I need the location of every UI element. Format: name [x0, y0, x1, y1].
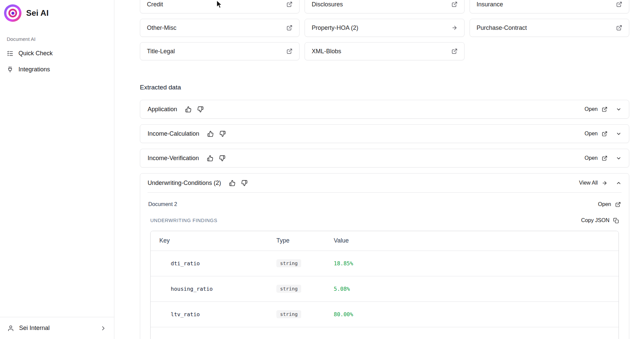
- extracted-panels: Application Open: [140, 100, 629, 339]
- finding-key: dti_ratio: [151, 251, 268, 276]
- external-link-icon: [616, 1, 622, 7]
- app-window: Sei AI Document AI Quick Check Integrati…: [0, 0, 644, 339]
- doc-card-disclosures[interactable]: Disclosures: [305, 0, 464, 13]
- table-row: housing_ratio string 5.08%: [151, 276, 619, 301]
- doc-card-label: Insurance: [477, 1, 503, 8]
- doc-card-property-hoa[interactable]: Property-HOA (2): [305, 19, 464, 37]
- view-all-link[interactable]: View All: [579, 180, 607, 186]
- doc-card-label: Disclosures: [312, 1, 343, 8]
- sidebar-footer-account[interactable]: Sei Internal: [0, 317, 114, 339]
- document-row: Document 2 Open: [148, 201, 621, 207]
- type-badge: string: [276, 285, 301, 293]
- external-link-icon: [286, 48, 292, 54]
- chevron-down-icon[interactable]: [616, 107, 622, 112]
- panel-income-calculation: Income-Calculation Open: [140, 124, 629, 143]
- open-document-link[interactable]: Open: [585, 131, 607, 137]
- external-link-icon: [286, 25, 292, 31]
- doc-card-label: Credit: [147, 1, 163, 8]
- sidebar-item-label: Integrations: [18, 66, 50, 73]
- chevron-right-icon: [100, 325, 107, 332]
- brand: Sei AI: [0, 0, 114, 26]
- chevron-down-icon[interactable]: [616, 131, 622, 137]
- brand-name: Sei AI: [26, 8, 49, 18]
- arrow-right-icon: [602, 180, 607, 186]
- sidebar-footer-label: Sei Internal: [19, 325, 50, 332]
- table-header-row: Key Type Value: [151, 231, 619, 251]
- panel-header-income-verification[interactable]: Income-Verification Open: [140, 149, 629, 167]
- doc-card-label: Purchase-Contract: [477, 24, 527, 31]
- doc-card-other-misc[interactable]: Other-Misc: [140, 19, 300, 37]
- main-content: Credit Disclosures Insurance Other-Misc …: [114, 0, 644, 339]
- external-link-icon: [602, 107, 607, 112]
- finding-key: ltv_ratio: [151, 301, 268, 327]
- external-link-icon: [451, 1, 458, 7]
- doc-card-title-legal[interactable]: Title-Legal: [140, 42, 300, 60]
- copy-json-button[interactable]: Copy JSON: [581, 217, 619, 223]
- thumbs-down-button[interactable]: [241, 180, 248, 186]
- open-label: Open: [585, 155, 598, 161]
- doc-card-purchase-contract[interactable]: Purchase-Contract: [470, 19, 629, 37]
- external-link-icon: [615, 202, 621, 207]
- open-document-link[interactable]: Open: [585, 155, 607, 161]
- external-link-icon: [286, 1, 292, 7]
- open-label: Open: [585, 131, 598, 137]
- copy-icon: [613, 218, 619, 223]
- table-row-partial: [151, 327, 619, 339]
- thumbs-down-button[interactable]: [197, 106, 204, 113]
- panel-title: Income-Verification: [148, 155, 199, 162]
- open-label: Open: [598, 201, 611, 207]
- extracted-data-heading: Extracted data: [140, 84, 629, 91]
- sidebar-nav: Quick Check Integrations: [0, 45, 114, 77]
- finding-value: 80.00%: [325, 301, 619, 327]
- doc-card-insurance[interactable]: Insurance: [470, 0, 629, 13]
- doc-card-credit[interactable]: Credit: [140, 0, 300, 13]
- table-row: ltv_ratio string 80.00%: [151, 301, 619, 327]
- thumbs-up-button[interactable]: [207, 155, 213, 161]
- arrow-right-icon: [451, 25, 458, 31]
- copy-json-label: Copy JSON: [581, 217, 609, 223]
- panel-application: Application Open: [140, 100, 629, 119]
- column-header-key: Key: [151, 231, 268, 251]
- external-link-icon: [602, 155, 607, 161]
- open-document-link[interactable]: Open: [598, 201, 621, 207]
- doc-card-label: Other-Misc: [147, 24, 176, 31]
- chevron-up-icon[interactable]: [616, 180, 622, 186]
- brand-logo-icon: [4, 4, 21, 22]
- sidebar-section-label: Document AI: [0, 36, 114, 42]
- table-row: dti_ratio string 18.85%: [151, 251, 619, 276]
- document-cards-grid: Credit Disclosures Insurance Other-Misc …: [140, 0, 629, 60]
- findings-header-row: UNDERWRITING FINDINGS Copy JSON: [150, 217, 619, 223]
- thumbs-down-button[interactable]: [219, 131, 226, 137]
- sidebar-item-quick-check[interactable]: Quick Check: [0, 45, 114, 61]
- panel-header-underwriting-conditions[interactable]: Underwriting-Conditions (2) View All: [140, 174, 629, 192]
- doc-card-xml-blobs[interactable]: XML-Blobs: [305, 42, 464, 60]
- document-label: Document 2: [148, 201, 177, 207]
- external-link-icon: [451, 48, 458, 54]
- external-link-icon: [602, 131, 607, 137]
- panel-header-income-calculation[interactable]: Income-Calculation Open: [140, 125, 629, 143]
- open-document-link[interactable]: Open: [585, 106, 607, 112]
- finding-value: 18.85%: [325, 251, 619, 276]
- thumbs-up-button[interactable]: [207, 131, 214, 137]
- chevron-down-icon[interactable]: [616, 155, 622, 161]
- checklist-icon: [7, 50, 13, 57]
- type-badge: string: [276, 310, 301, 318]
- panel-header-application[interactable]: Application Open: [140, 100, 629, 118]
- findings-table: Key Type Value dti_ratio string 18.85%: [150, 231, 619, 339]
- column-header-value: Value: [325, 231, 619, 251]
- panel-divider: [148, 192, 622, 193]
- findings-section-title: UNDERWRITING FINDINGS: [150, 218, 217, 223]
- sidebar-item-integrations[interactable]: Integrations: [0, 61, 114, 77]
- sidebar-item-label: Quick Check: [18, 50, 53, 57]
- panel-title: Underwriting-Conditions (2): [148, 180, 221, 187]
- thumbs-down-button[interactable]: [219, 155, 225, 161]
- doc-card-label: XML-Blobs: [312, 48, 341, 55]
- sidebar: Sei AI Document AI Quick Check Integrati…: [0, 0, 114, 339]
- thumbs-up-button[interactable]: [229, 180, 235, 186]
- plug-icon: [7, 66, 13, 73]
- panel-underwriting-conditions: Underwriting-Conditions (2) View All: [140, 173, 629, 339]
- finding-key: housing_ratio: [151, 276, 268, 301]
- user-icon: [7, 325, 14, 332]
- panel-income-verification: Income-Verification Open: [140, 149, 629, 167]
- thumbs-up-button[interactable]: [185, 106, 192, 113]
